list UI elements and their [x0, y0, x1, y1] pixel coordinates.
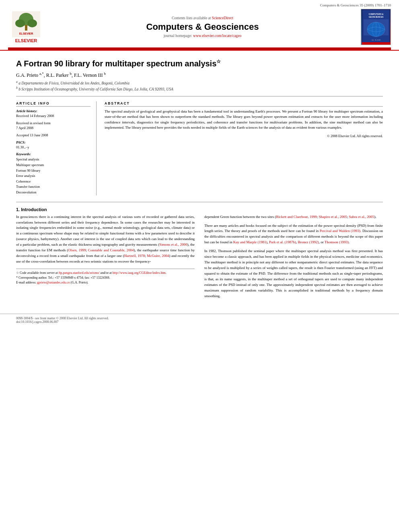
email-link[interactable]: gprieto@uniandes.edu.co — [37, 281, 70, 284]
page: Computers & Geosciences 35 (2009) 1701–1… — [0, 0, 399, 532]
footnote-star: ☆ Code available from server at ftp.pang… — [16, 271, 195, 275]
svg-rect-15 — [362, 42, 390, 45]
abstract-text: The spectral analysis of geological and … — [105, 109, 383, 131]
abstract-header: ABSTRACT — [105, 101, 383, 107]
ref-park[interactable]: Park et al. (1987b) — [269, 240, 296, 244]
sciencedirect-line: Contents lists available at ScienceDirec… — [52, 16, 353, 20]
ref-mcguire[interactable]: McGuire, 2004 — [147, 254, 169, 258]
homepage-link[interactable]: www.elsevier.com/locate/cageo — [193, 34, 241, 38]
svg-point-4 — [27, 19, 37, 27]
journal-cover-image: COMPUTERS & GEOSCIENCES Vol. 35 2009 — [361, 9, 391, 45]
received-date: Received 14 February 2008 — [16, 114, 90, 119]
ref-constable[interactable]: Constable and Constable, 2004 — [88, 248, 134, 252]
ref-shapiro[interactable]: Shapiro et al., 2005 — [319, 215, 347, 219]
introduction-two-col: In geosciences there is a continuing int… — [16, 214, 383, 302]
main-content: A Fortran 90 library for multitaper spec… — [0, 51, 399, 310]
ref-sabra[interactable]: Sabra et al., 2005 — [349, 215, 374, 219]
footer-doi: doi:10.1016/j.cageo.2008.06.007 — [16, 320, 59, 324]
intro-left-para: In geosciences there is a continuing int… — [16, 214, 195, 265]
ref-kay[interactable]: Kay and Marple (1981) — [233, 240, 267, 244]
introduction-title: 1. Introduction — [16, 207, 383, 212]
elsevier-tree-icon: ELSEVIER — [12, 11, 40, 37]
history-label: Article history: — [16, 109, 90, 113]
affiliation-b: b b Scripps Institution of Oceanography,… — [16, 86, 383, 91]
ref-bronez[interactable]: Bronez (1992) — [298, 240, 319, 244]
header-center: Contents lists available at ScienceDirec… — [44, 16, 361, 38]
abstract-column: ABSTRACT The spectral analysis of geolog… — [105, 101, 383, 195]
homepage-line: journal homepage: www.elsevier.com/locat… — [52, 34, 353, 38]
ref-hartzell[interactable]: Hartzell, 1978 — [124, 254, 145, 258]
svg-rect-2 — [25, 25, 27, 31]
footer: 0098-3004/$ - see front matter © 2008 El… — [0, 314, 399, 326]
svg-text:ELSEVIER: ELSEVIER — [19, 32, 33, 35]
article-info-header: ARTICLE INFO — [16, 101, 90, 107]
svg-text:Vol. 35 2009: Vol. 35 2009 — [371, 39, 380, 41]
revised-date: Received in revised form7 April 2008 — [16, 121, 90, 131]
info-abstract-section: ARTICLE INFO Article history: Received 1… — [16, 101, 383, 195]
authors-line: G.A. Prieto a,*, R.L. Parker b, F.L. Ver… — [16, 72, 383, 78]
journal-header: Computers & Geosciences 35 (2009) 1701–1… — [0, 0, 399, 51]
keyword-deconvolution: Deconvolution — [16, 190, 90, 195]
copyright-line: © 2008 Elsevier Ltd. All rights reserved… — [105, 134, 383, 138]
keyword-multitaper: Multitaper spectrum — [16, 162, 90, 168]
ref-simons[interactable]: Simons et al., 2000 — [159, 242, 187, 246]
intro-right-para-3: In 1982, Thomson published the seminal p… — [204, 249, 383, 299]
doi-line: Computers & Geosciences 35 (2009) 1701–1… — [8, 3, 391, 9]
intro-right-para-2: There are many articles and books focuse… — [204, 223, 383, 246]
pacs-value: 01.30.,−y — [16, 145, 90, 150]
iaug-link[interactable]: http://www.iaug.org/CGEditor/index.htm — [113, 271, 166, 275]
elsevier-logo: ELSEVIER ELSEVIER — [8, 11, 44, 43]
footnote-email: E-mail address: gprieto@uniandes.edu.co … — [16, 280, 195, 285]
ref-thomson[interactable]: Thomson (1993) — [325, 240, 349, 244]
elsevier-brand: ELSEVIER — [15, 38, 37, 43]
intro-right-para-1: dependent Green function between the two… — [204, 214, 383, 220]
divider-after-affiliations — [16, 96, 383, 97]
intro-right-col: dependent Green function between the two… — [204, 214, 383, 302]
introduction-section: 1. Introduction In geosciences there is … — [16, 207, 383, 302]
keyword-error: Error analysis — [16, 173, 90, 179]
divider-before-intro — [16, 202, 383, 202]
accepted-date: Accepted 13 June 2008 — [16, 133, 90, 138]
keywords-list: Spectral analysis Multitaper spectrum Fo… — [16, 157, 90, 195]
intro-left-col: In geosciences there is a continuing int… — [16, 214, 195, 302]
footer-issn: 0098-3004/$ - see front matter © 2008 El… — [16, 316, 109, 320]
journal-title: Computers & Geosciences — [52, 22, 353, 32]
footnote-section: ☆ Code available from server at ftp.pang… — [16, 269, 195, 285]
keywords-label: Keywords: — [16, 152, 90, 156]
article-info-column: ARTICLE INFO Article history: Received 1… — [16, 101, 97, 195]
keyword-transfer: Transfer function — [16, 184, 90, 190]
ref-olsen[interactable]: Olsen, 1999 — [68, 248, 86, 252]
pacs-label: PACS: — [16, 140, 90, 144]
sciencedirect-link[interactable]: ScienceDirect — [212, 16, 233, 20]
svg-text:COMPUTERS &: COMPUTERS & — [368, 13, 383, 15]
ref-rickett[interactable]: Rickett and Claerbout, 1999 — [276, 215, 317, 219]
svg-text:GEOSCIENCES: GEOSCIENCES — [368, 16, 383, 18]
keyword-spectral: Spectral analysis — [16, 157, 90, 162]
article-title: A Fortran 90 library for multitaper spec… — [16, 59, 383, 68]
keyword-coherence: Coherence — [16, 179, 90, 185]
keyword-fortran: Fortran 90 library — [16, 168, 90, 174]
svg-point-3 — [15, 19, 25, 27]
red-divider-bar — [8, 47, 391, 50]
ftp-link[interactable]: ftp.pangea.stanford.edu/seismo/ — [59, 271, 100, 275]
ref-percival[interactable]: Percival and Walden (1993) — [320, 229, 360, 233]
footnote-corresponding: * Corresponding author. Tel.: +57 133949… — [16, 275, 195, 280]
affiliation-a: a a Departamento de Física, Universidad … — [16, 80, 383, 85]
